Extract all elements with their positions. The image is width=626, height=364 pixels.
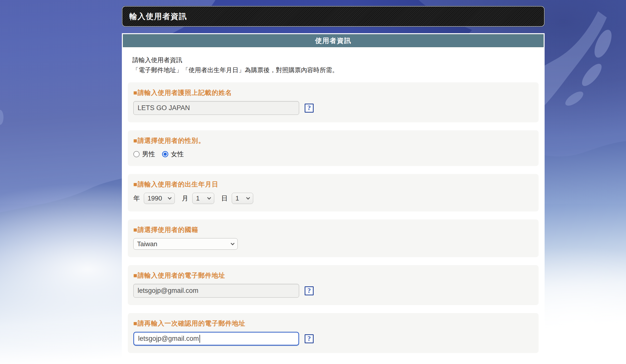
nationality-row: Taiwan [133, 238, 533, 250]
chevron-down-icon [231, 241, 235, 245]
radio-female-label[interactable]: 女性 [171, 150, 184, 159]
chevron-down-icon [246, 196, 250, 200]
year-select-value: 1990 [148, 194, 162, 202]
passport-name-input[interactable]: LETS GO JAPAN [133, 101, 299, 115]
email-row: letsgojp@gmail.com ? [133, 284, 533, 298]
nationality-select-value: Taiwan [137, 240, 157, 248]
chevron-down-icon [207, 196, 211, 200]
radio-male[interactable] [133, 151, 140, 157]
email-value: letsgojp@gmail.com [138, 287, 199, 295]
section-gender-title: ■請選擇使用者的性別。 [133, 137, 533, 144]
section-email-title: ■請輸入使用者的電子郵件地址 [133, 272, 533, 279]
question-mark-glyph: ? [307, 287, 311, 294]
text-cursor [200, 335, 200, 343]
month-select-value: 1 [196, 194, 200, 202]
help-icon[interactable]: ? [305, 286, 314, 295]
question-mark-glyph: ? [307, 105, 311, 111]
intro-text-line2: 「電子郵件地址」「使用者出生年月日」為購票後，對照購票內容時所需。 [132, 66, 539, 75]
help-icon[interactable]: ? [305, 104, 314, 113]
radio-selected-dot [164, 153, 167, 156]
panel-title-bar: 使用者資訊 [123, 34, 544, 47]
main-content-column: 輸入使用者資訊 使用者資訊 請輸入使用者資訊 「電子郵件地址」「使用者出生年月日… [122, 6, 545, 364]
month-select[interactable]: 1 [192, 193, 214, 204]
section-passport-name-title: ■請輸入使用者護照上記載的姓名 [133, 89, 533, 96]
panel-body: 請輸入使用者資訊 「電子郵件地址」「使用者出生年月日」為購票後，對照購票內容時所… [123, 47, 544, 353]
section-birthday-title: ■請輸入使用者的出生年月日 [133, 181, 533, 188]
page-header-title: 輸入使用者資訊 [129, 11, 187, 22]
section-nationality-title: ■請選擇使用者的國籍 [133, 226, 533, 233]
panel-title: 使用者資訊 [315, 36, 351, 45]
year-label: 年 [133, 194, 140, 203]
section-email-confirm-title: ■請再輸入一次確認用的電子郵件地址 [133, 320, 533, 327]
email-input[interactable]: letsgojp@gmail.com [133, 284, 299, 298]
nationality-select[interactable]: Taiwan [133, 238, 238, 250]
section-nationality: ■請選擇使用者的國籍 Taiwan [128, 219, 539, 257]
user-info-panel: 使用者資訊 請輸入使用者資訊 「電子郵件地址」「使用者出生年月日」為購票後，對照… [122, 33, 545, 364]
radio-male-label[interactable]: 男性 [142, 150, 155, 159]
section-passport-name: ■請輸入使用者護照上記載的姓名 LETS GO JAPAN ? [128, 82, 539, 122]
email-confirm-value: letsgojp@gmail.com [138, 335, 199, 343]
section-gender: ■請選擇使用者的性別。 男性 女性 [128, 130, 539, 166]
day-select-value: 1 [235, 194, 239, 202]
page-background: 輸入使用者資訊 使用者資訊 請輸入使用者資訊 「電子郵件地址」「使用者出生年月日… [0, 0, 626, 364]
section-email: ■請輸入使用者的電子郵件地址 letsgojp@gmail.com ? [128, 265, 539, 305]
passport-name-row: LETS GO JAPAN ? [133, 101, 533, 115]
month-label: 月 [182, 194, 188, 203]
section-email-confirm: ■請再輸入一次確認用的電子郵件地址 letsgojp@gmail.com ? [128, 313, 539, 353]
help-icon[interactable]: ? [305, 334, 314, 343]
gender-radio-row: 男性 女性 [133, 150, 533, 159]
email-confirm-row: letsgojp@gmail.com ? [133, 332, 533, 346]
section-birthday: ■請輸入使用者的出生年月日 年 1990 月 1 [128, 174, 539, 211]
passport-name-value: LETS GO JAPAN [138, 104, 190, 112]
birthday-row: 年 1990 月 1 日 [133, 193, 533, 204]
year-select[interactable]: 1990 [144, 193, 175, 204]
email-confirm-input[interactable]: letsgojp@gmail.com [133, 332, 299, 346]
chevron-down-icon [168, 196, 172, 200]
intro-text-line1: 請輸入使用者資訊 [132, 56, 539, 65]
day-label: 日 [221, 194, 228, 203]
page-header: 輸入使用者資訊 [122, 6, 545, 27]
day-select[interactable]: 1 [232, 193, 253, 204]
question-mark-glyph: ? [307, 335, 311, 342]
radio-female[interactable] [162, 151, 168, 157]
